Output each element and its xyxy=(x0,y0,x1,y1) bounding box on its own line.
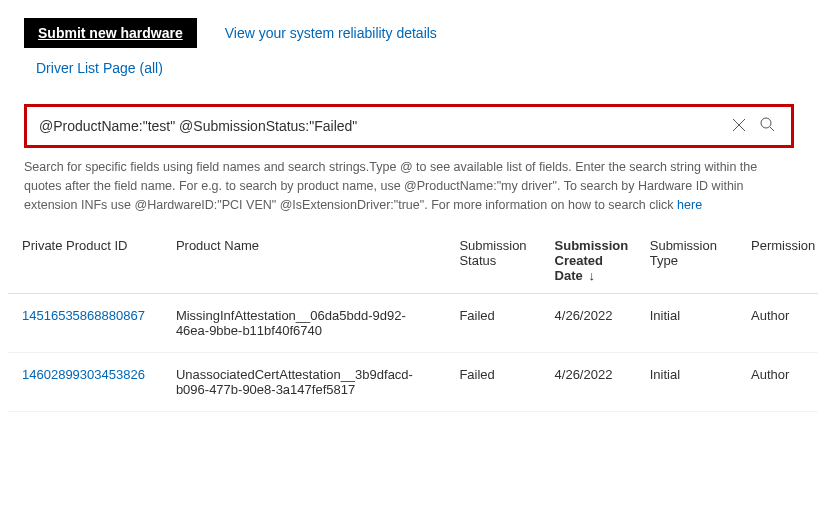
product-id-link[interactable]: 14602899303453826 xyxy=(8,353,162,412)
help-here-link[interactable]: here xyxy=(677,198,702,212)
product-name-cell: UnassociatedCertAttestation__3b9dfacd-b0… xyxy=(162,353,446,412)
product-id-link[interactable]: 14516535868880867 xyxy=(8,294,162,353)
submit-new-hardware-button[interactable]: Submit new hardware xyxy=(24,18,197,48)
col-header-type[interactable]: Submission Type xyxy=(636,228,737,294)
table-row: 14602899303453826 UnassociatedCertAttest… xyxy=(8,353,818,412)
svg-point-2 xyxy=(761,118,771,128)
search-button[interactable] xyxy=(753,112,781,140)
reliability-details-link[interactable]: View your system reliability details xyxy=(225,25,437,41)
sort-desc-icon: ↓ xyxy=(588,268,595,283)
svg-line-3 xyxy=(770,127,774,131)
status-cell: Failed xyxy=(445,353,540,412)
col-header-name[interactable]: Product Name xyxy=(162,228,446,294)
search-bar xyxy=(24,104,794,148)
perm-cell: Author xyxy=(737,353,818,412)
col-header-status[interactable]: Submission Status xyxy=(445,228,540,294)
product-name-cell: MissingInfAttestation__06da5bdd-9d92-46e… xyxy=(162,294,446,353)
date-cell: 4/26/2022 xyxy=(541,353,636,412)
close-icon xyxy=(732,118,746,135)
search-input[interactable] xyxy=(37,117,725,135)
search-icon xyxy=(760,117,775,135)
col-header-id[interactable]: Private Product ID xyxy=(8,228,162,294)
col-header-perm[interactable]: Permission xyxy=(737,228,818,294)
clear-search-button[interactable] xyxy=(725,112,753,140)
col-header-date[interactable]: Submission Created Date ↓ xyxy=(541,228,636,294)
driver-list-page-link[interactable]: Driver List Page (all) xyxy=(36,60,163,76)
status-cell: Failed xyxy=(445,294,540,353)
results-table: Private Product ID Product Name Submissi… xyxy=(8,228,818,412)
perm-cell: Author xyxy=(737,294,818,353)
type-cell: Initial xyxy=(636,353,737,412)
search-help-text: Search for specific fields using field n… xyxy=(24,158,794,214)
table-row: 14516535868880867 MissingInfAttestation_… xyxy=(8,294,818,353)
date-cell: 4/26/2022 xyxy=(541,294,636,353)
type-cell: Initial xyxy=(636,294,737,353)
